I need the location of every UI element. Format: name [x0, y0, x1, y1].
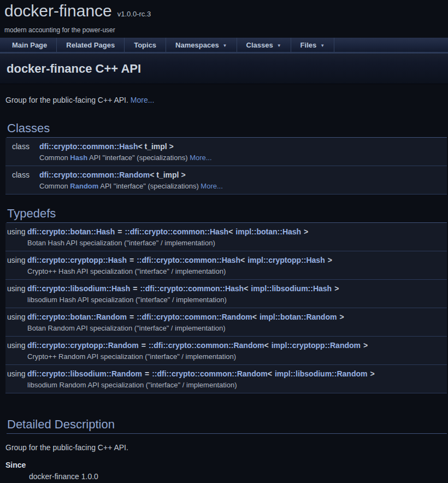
type-link[interactable]: ::dfi::crypto::common::Random — [149, 341, 264, 350]
tab-main-page[interactable]: Main Page — [0, 38, 57, 52]
member-desc: Crypto++ Hash API specialization ("inter… — [27, 266, 447, 279]
tab-label: Related Pages — [66, 41, 115, 49]
equals-operator: = — [127, 256, 137, 264]
chevron-down-icon: ▼ — [277, 43, 281, 48]
member-kind: using — [5, 280, 27, 294]
member-desc: Crypto++ Random API specialization ("int… — [27, 351, 447, 364]
tab-namespaces[interactable]: Namespaces▼ — [166, 38, 237, 52]
impl-link[interactable]: impl::botan::Hash — [235, 227, 301, 236]
open-angle: < — [244, 284, 251, 293]
typedef-link[interactable]: dfi::crypto::cryptopp::Random — [27, 341, 139, 350]
impl-link[interactable]: impl::botan::Random — [260, 313, 337, 321]
table-row: using dfi::crypto::cryptopp::Hash=::dfi:… — [5, 251, 447, 266]
impl-link[interactable]: impl::cryptopp::Random — [272, 341, 361, 350]
more-link[interactable]: More... — [131, 96, 155, 104]
member-kind: class — [5, 166, 39, 181]
close-angle: > — [361, 341, 368, 350]
member-name: dfi::crypto::common::Hash< t_impl > — [39, 138, 447, 152]
intro-paragraph: Group for the public-facing C++ API. Mor… — [5, 95, 447, 105]
type-link[interactable]: ::dfi::crypto::common::Hash — [125, 227, 228, 236]
member-name: dfi::crypto::cryptopp::Hash=::dfi::crypt… — [27, 251, 447, 266]
contents: Group for the public-facing C++ API. Mor… — [0, 95, 448, 481]
impl-link[interactable]: impl::libsodium::Hash — [251, 284, 332, 293]
member-desc: libsodium Hash API specialization ("inte… — [27, 294, 447, 308]
table-row: using dfi::crypto::botan::Hash=::dfi::cr… — [5, 223, 447, 237]
typedef-link[interactable]: dfi::crypto::cryptopp::Hash — [27, 256, 127, 264]
member-desc: Common Random API "interface" (specializ… — [39, 180, 447, 194]
member-name: dfi::crypto::libsodium::Random=::dfi::cr… — [27, 365, 447, 380]
page-title: docker-finance C++ API — [7, 62, 141, 76]
type-link[interactable]: ::dfi::crypto::common::Random — [137, 313, 252, 321]
close-angle: > — [337, 313, 344, 321]
close-angle: > — [325, 256, 332, 264]
close-angle: > — [332, 284, 339, 293]
tab-label: Namespaces — [175, 41, 219, 49]
tab-files[interactable]: Files▼ — [291, 38, 335, 52]
type-link[interactable]: ::dfi::crypto::common::Hash — [137, 256, 240, 264]
class-inline-link[interactable]: Hash — [70, 154, 87, 162]
typedefs-heading: Typedefs — [7, 207, 447, 223]
typedef-link[interactable]: dfi::crypto::libsodium::Hash — [27, 284, 130, 293]
type-link[interactable]: ::dfi::crypto::common::Random — [152, 369, 268, 378]
tab-label: Topics — [134, 41, 156, 49]
tab-topics[interactable]: Topics — [125, 38, 166, 52]
type-link[interactable]: ::dfi::crypto::common::Hash — [140, 284, 244, 293]
typedef-link[interactable]: dfi::crypto::botan::Random — [27, 313, 127, 321]
member-name: dfi::crypto::botan::Hash=::dfi::crypto::… — [27, 223, 447, 237]
member-kind: using — [5, 223, 27, 237]
impl-link[interactable]: impl::cryptopp::Hash — [247, 256, 325, 264]
open-angle: < — [252, 313, 260, 321]
more-link[interactable]: More... — [190, 154, 211, 162]
main-nav: Main Page Related Pages Topics Namespace… — [0, 38, 448, 54]
table-row: class dfi::crypto::common::Hash< t_impl … — [5, 138, 447, 152]
tab-label: Classes — [246, 41, 273, 49]
member-kind: class — [5, 138, 39, 152]
equals-operator: = — [130, 284, 140, 293]
class-link[interactable]: dfi::crypto::common::Random — [39, 170, 150, 179]
tab-classes[interactable]: Classes▼ — [237, 38, 291, 52]
member-kind: using — [5, 365, 27, 380]
since-value: docker-finance 1.0.0 — [29, 472, 447, 481]
typedef-link[interactable]: dfi::crypto::botan::Hash — [27, 227, 115, 236]
open-angle: < — [228, 227, 235, 236]
site-header: docker-financev1.0.0-rc.3 modern account… — [0, 0, 448, 34]
project-version: v1.0.0-rc.3 — [117, 10, 151, 18]
project-name-text: docker-finance — [4, 2, 112, 20]
table-row: using dfi::crypto::libsodium::Hash=::dfi… — [5, 280, 447, 294]
member-desc: Common Hash API "interface" (specializat… — [39, 152, 447, 166]
chevron-down-icon: ▼ — [223, 43, 227, 48]
more-link[interactable]: More... — [201, 182, 222, 190]
member-name: dfi::crypto::libsodium::Hash=::dfi::cryp… — [27, 280, 447, 294]
open-angle: < — [264, 341, 271, 350]
desc-text: Common — [39, 154, 70, 162]
tab-label: Files — [300, 41, 317, 49]
detailed-description-heading: Detailed Description — [7, 417, 447, 434]
member-desc-row: Crypto++ Hash API specialization ("inter… — [5, 266, 447, 279]
template-args: < t_impl > — [138, 142, 173, 151]
member-name: dfi::crypto::cryptopp::Random=::dfi::cry… — [27, 337, 447, 351]
member-desc: Botan Hash API specialization ("interfac… — [27, 237, 447, 251]
member-desc-row: Botan Random API specialization ("interf… — [5, 322, 447, 336]
separator — [5, 194, 447, 195]
since-label: Since — [5, 460, 447, 470]
impl-link[interactable]: impl::libsodium::Random — [275, 369, 368, 378]
desc-text: API "interface" (specializations) — [98, 182, 201, 190]
member-desc-row: Botan Hash API specialization ("interfac… — [5, 237, 447, 251]
desc-text: Common — [39, 182, 70, 190]
open-angle: < — [268, 369, 275, 378]
class-link[interactable]: dfi::crypto::common::Hash — [39, 142, 138, 151]
project-brief: modern accounting for the power-user — [4, 26, 448, 34]
since-block: Since docker-finance 1.0.0 — [5, 460, 447, 481]
table-row: class dfi::crypto::common::Random< t_imp… — [5, 166, 447, 181]
member-name: dfi::crypto::common::Random< t_impl > — [39, 166, 447, 181]
equals-operator: = — [139, 341, 149, 350]
member-desc-row: Common Hash API "interface" (specializat… — [5, 152, 447, 166]
classes-table: class dfi::crypto::common::Hash< t_impl … — [5, 138, 447, 195]
member-kind: using — [5, 308, 27, 323]
member-kind: using — [5, 337, 27, 351]
separator — [5, 393, 447, 393]
chevron-down-icon: ▼ — [320, 43, 325, 48]
class-inline-link[interactable]: Random — [70, 182, 98, 190]
tab-related-pages[interactable]: Related Pages — [57, 38, 125, 52]
typedef-link[interactable]: dfi::crypto::libsodium::Random — [27, 369, 142, 378]
